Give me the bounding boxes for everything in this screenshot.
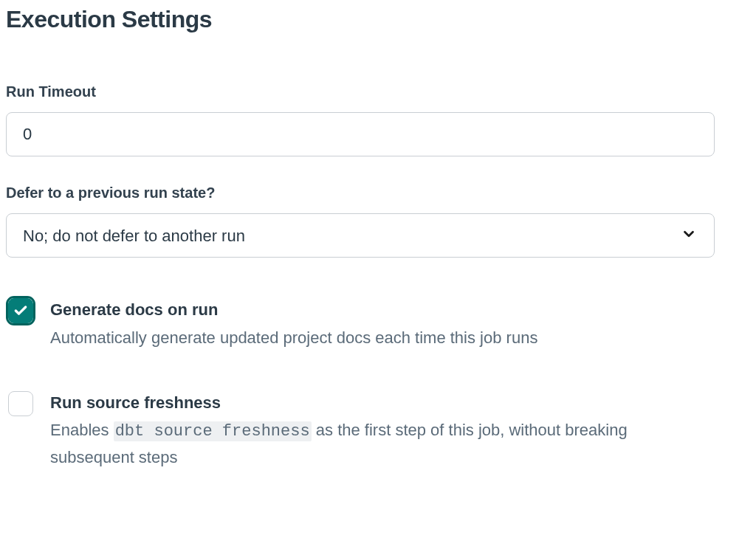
generate-docs-row: Generate docs on run Automatically gener…: [6, 299, 750, 351]
generate-docs-description: Automatically generate updated project d…: [50, 325, 715, 351]
source-freshness-title: Run source freshness: [50, 392, 715, 414]
defer-run-label: Defer to a previous run state?: [6, 185, 750, 201]
code-snippet: dbt source freshness: [114, 421, 312, 441]
defer-run-group: Defer to a previous run state? No; do no…: [6, 185, 750, 258]
defer-run-select[interactable]: No; do not defer to another run: [6, 213, 715, 258]
run-timeout-group: Run Timeout: [6, 83, 750, 156]
run-timeout-label: Run Timeout: [6, 83, 750, 100]
source-freshness-checkbox-container: [6, 389, 35, 418]
generate-docs-title: Generate docs on run: [50, 299, 715, 321]
generate-docs-checkbox-container: [6, 296, 35, 325]
section-title: Execution Settings: [6, 6, 750, 33]
source-freshness-description: Enables dbt source freshness as the firs…: [50, 418, 715, 469]
source-freshness-row: Run source freshness Enables dbt source …: [6, 392, 750, 470]
run-timeout-input[interactable]: [6, 112, 715, 156]
